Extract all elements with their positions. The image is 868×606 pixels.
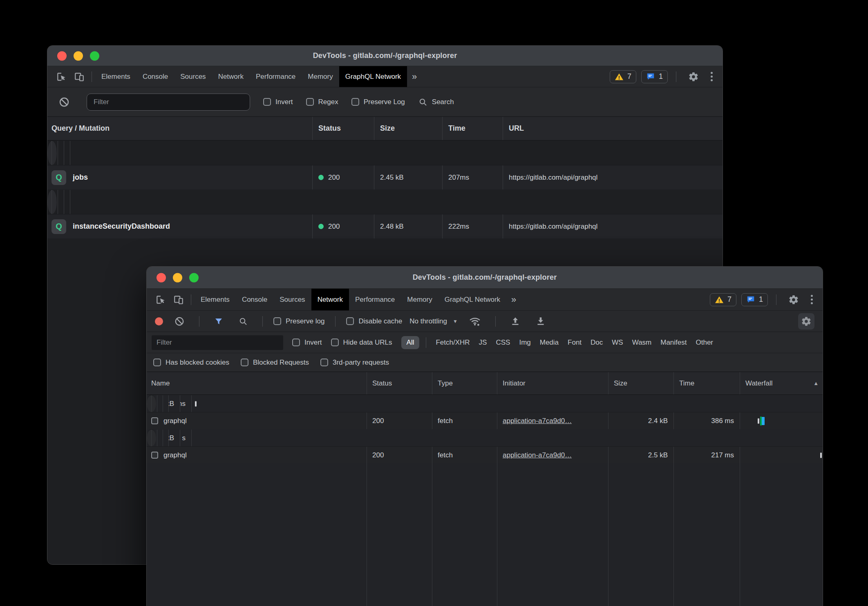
close-button[interactable] bbox=[57, 51, 67, 60]
filter-chip-img[interactable]: Img bbox=[516, 336, 533, 349]
inspect-element-button[interactable] bbox=[52, 66, 70, 87]
column-query-mutation[interactable]: Query / Mutation bbox=[47, 117, 312, 140]
network-conditions-icon[interactable] bbox=[465, 315, 485, 328]
disable-cache-checkbox[interactable]: Disable cache bbox=[346, 317, 402, 325]
filter-chip-wasm[interactable]: Wasm bbox=[629, 336, 655, 349]
column-size[interactable]: Size bbox=[608, 372, 673, 394]
tab-sources[interactable]: Sources bbox=[174, 66, 212, 87]
settings-gear-icon[interactable] bbox=[685, 71, 702, 82]
minimize-button[interactable] bbox=[173, 273, 182, 282]
column-time[interactable]: Time bbox=[442, 117, 503, 140]
record-button[interactable] bbox=[155, 317, 163, 325]
export-har-icon[interactable] bbox=[532, 316, 550, 327]
request-row[interactable]: graphql 200 fetch application-a7ca9d0… 2… bbox=[147, 446, 823, 463]
tab-console[interactable]: Console bbox=[136, 66, 174, 87]
filter-chip-other[interactable]: Other bbox=[693, 336, 716, 349]
network-settings-button[interactable] bbox=[798, 313, 814, 330]
tab-elements[interactable]: Elements bbox=[95, 66, 136, 87]
table-row[interactable]: Qjobs 200 2.45 kB 207ms https://gitlab.c… bbox=[47, 165, 723, 189]
more-options-icon[interactable] bbox=[808, 295, 816, 304]
checkbox[interactable] bbox=[273, 317, 281, 325]
filter-funnel-icon[interactable] bbox=[210, 316, 227, 326]
column-time[interactable]: Time bbox=[673, 372, 740, 394]
filter-chip-manifest[interactable]: Manifest bbox=[658, 336, 689, 349]
import-har-icon[interactable] bbox=[506, 316, 524, 327]
has-blocked-cookies-checkbox[interactable]: Has blocked cookies bbox=[153, 359, 229, 367]
tab-graphql-network[interactable]: GraphQL Network bbox=[438, 289, 506, 310]
checkbox[interactable] bbox=[331, 339, 339, 346]
search-button[interactable]: Search bbox=[418, 97, 454, 107]
invert-checkbox[interactable]: Invert bbox=[292, 339, 322, 347]
checkbox[interactable] bbox=[346, 317, 354, 325]
device-toolbar-button[interactable] bbox=[170, 289, 188, 310]
preserve-log-checkbox[interactable]: Preserve Log bbox=[351, 98, 405, 106]
inspect-element-button[interactable] bbox=[152, 289, 170, 310]
filter-chip-css[interactable]: CSS bbox=[493, 336, 513, 349]
table-row[interactable]: Qusers 200 2.7 kB 9s https://gitlab.com/… bbox=[47, 189, 57, 214]
tab-sources[interactable]: Sources bbox=[273, 289, 311, 310]
filter-chip-fetch-xhr[interactable]: Fetch/XHR bbox=[433, 336, 472, 349]
filter-input[interactable] bbox=[87, 94, 250, 111]
column-url[interactable]: URL bbox=[503, 117, 723, 140]
more-tabs-button[interactable]: » bbox=[407, 66, 422, 87]
tab-performance[interactable]: Performance bbox=[349, 289, 401, 310]
hide-data-urls-checkbox[interactable]: Hide data URLs bbox=[331, 339, 392, 347]
tab-console[interactable]: Console bbox=[236, 289, 273, 310]
filter-chip-ws[interactable]: WS bbox=[609, 336, 626, 349]
filter-chip-js[interactable]: JS bbox=[476, 336, 490, 349]
regex-checkbox[interactable]: Regex bbox=[306, 98, 338, 106]
zoom-button[interactable] bbox=[189, 273, 199, 282]
warnings-badge[interactable]: 7 bbox=[610, 70, 636, 83]
table-row[interactable]: Quser 200 2.57 kB 211ms https://gitlab.c… bbox=[47, 140, 57, 165]
close-button[interactable] bbox=[157, 273, 166, 282]
search-icon[interactable] bbox=[235, 316, 252, 326]
tab-elements[interactable]: Elements bbox=[195, 289, 236, 310]
checkbox[interactable] bbox=[263, 98, 271, 106]
request-row[interactable]: graphql 200 fetch application-a7ca9d0… 2… bbox=[147, 412, 823, 429]
checkbox[interactable] bbox=[292, 339, 300, 346]
filter-chip-all[interactable]: All bbox=[401, 336, 420, 349]
request-row[interactable]: graphql 200 fetch application-a7ca9d0… 2… bbox=[147, 395, 156, 412]
checkbox[interactable] bbox=[351, 98, 359, 106]
third-party-requests-checkbox[interactable]: 3rd-party requests bbox=[320, 359, 389, 367]
tab-memory[interactable]: Memory bbox=[401, 289, 438, 310]
column-waterfall[interactable]: Waterfall ▲ bbox=[740, 372, 823, 394]
filter-chip-doc[interactable]: Doc bbox=[588, 336, 606, 349]
clear-icon[interactable] bbox=[170, 316, 188, 327]
invert-checkbox[interactable]: Invert bbox=[263, 98, 293, 106]
initiator-link[interactable]: application-a7ca9d0… bbox=[503, 417, 572, 425]
checkbox[interactable] bbox=[151, 452, 158, 459]
filter-chip-font[interactable]: Font bbox=[565, 336, 584, 349]
more-tabs-button[interactable]: » bbox=[506, 289, 521, 310]
zoom-button[interactable] bbox=[90, 51, 99, 60]
device-toolbar-button[interactable] bbox=[70, 66, 88, 87]
checkbox[interactable] bbox=[151, 417, 158, 424]
checkbox[interactable] bbox=[153, 359, 161, 366]
network-filter-input[interactable] bbox=[152, 335, 283, 350]
column-type[interactable]: Type bbox=[432, 372, 497, 394]
issues-badge[interactable]: 1 bbox=[741, 293, 768, 306]
request-row[interactable]: graphql 200 fetch application-a7ca9d0… 2… bbox=[147, 429, 156, 446]
filter-chip-media[interactable]: Media bbox=[537, 336, 562, 349]
table-row[interactable]: QinstanceSecurityDashboard 200 2.48 kB 2… bbox=[47, 214, 723, 238]
initiator-link[interactable]: application-a7ca9d0… bbox=[503, 451, 572, 459]
column-size[interactable]: Size bbox=[374, 117, 442, 140]
column-status[interactable]: Status bbox=[312, 117, 374, 140]
tab-performance[interactable]: Performance bbox=[250, 66, 302, 87]
checkbox[interactable] bbox=[320, 359, 328, 366]
preserve-log-checkbox[interactable]: Preserve log bbox=[273, 317, 324, 325]
clear-icon[interactable] bbox=[55, 96, 74, 108]
tab-network[interactable]: Network bbox=[311, 289, 349, 310]
warnings-badge[interactable]: 7 bbox=[710, 293, 736, 306]
column-status[interactable]: Status bbox=[367, 372, 432, 394]
tab-network[interactable]: Network bbox=[212, 66, 250, 87]
tab-memory[interactable]: Memory bbox=[302, 66, 339, 87]
more-options-icon[interactable] bbox=[707, 72, 716, 81]
throttling-select[interactable]: No throttling ▼ bbox=[409, 317, 458, 325]
blocked-requests-checkbox[interactable]: Blocked Requests bbox=[241, 359, 309, 367]
checkbox[interactable] bbox=[241, 359, 248, 366]
tab-graphql-network[interactable]: GraphQL Network bbox=[339, 66, 407, 87]
column-name[interactable]: Name bbox=[147, 372, 367, 394]
minimize-button[interactable] bbox=[74, 51, 83, 60]
issues-badge[interactable]: 1 bbox=[641, 70, 668, 83]
